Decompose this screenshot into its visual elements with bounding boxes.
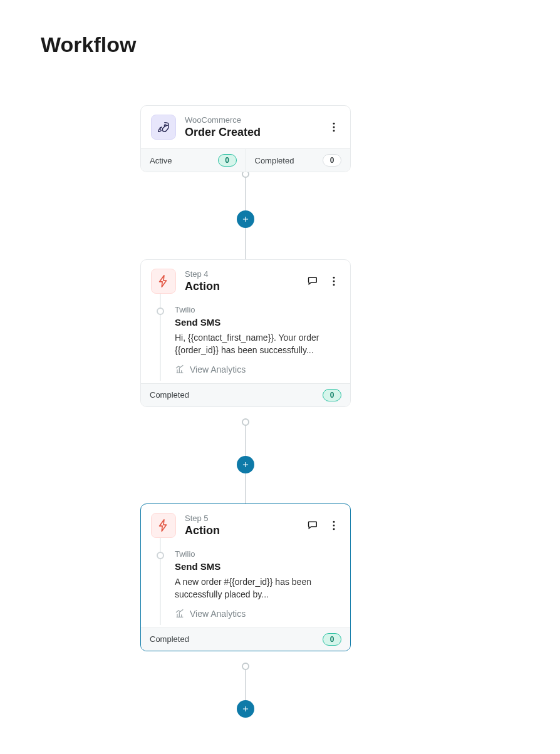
view-analytics-link[interactable]: View Analytics	[175, 609, 340, 619]
plus-icon	[241, 215, 250, 224]
card-header: WooCommerce Order Created	[141, 106, 350, 148]
plus-icon	[241, 460, 250, 469]
step-title: Action	[185, 524, 298, 537]
card-header: Step 4 Action	[141, 260, 350, 302]
dots-vertical-icon	[328, 275, 340, 287]
connector-node	[242, 418, 249, 426]
svg-point-4	[333, 277, 335, 279]
analytics-label: View Analytics	[190, 364, 246, 374]
connector-line	[245, 665, 246, 700]
svg-point-3	[333, 130, 335, 132]
add-step-button[interactable]	[237, 700, 254, 718]
completed-label: Completed	[150, 634, 189, 644]
active-label: Active	[150, 156, 172, 165]
active-metric: Active 0	[141, 149, 246, 172]
svg-point-6	[333, 284, 335, 286]
action-name: Send SMS	[175, 317, 340, 328]
more-menu-button[interactable]	[328, 519, 340, 532]
plus-icon	[241, 705, 250, 713]
connector-line	[245, 173, 246, 210]
message-preview: A new order #{{order_id}} has been succe…	[175, 576, 331, 601]
comment-icon	[306, 519, 319, 532]
completed-label: Completed	[150, 390, 189, 400]
more-menu-button[interactable]	[328, 275, 340, 287]
comment-button[interactable]	[306, 275, 319, 287]
view-analytics-link[interactable]: View Analytics	[175, 364, 340, 374]
card-footer: Active 0 Completed 0	[141, 148, 350, 172]
comment-icon	[306, 275, 319, 287]
svg-point-7	[333, 521, 335, 523]
active-count-pill: 0	[218, 154, 237, 167]
svg-point-8	[333, 525, 335, 527]
card-body: Twilio Send SMS A new order #{{order_id}…	[141, 547, 350, 627]
step-title: Action	[185, 280, 298, 293]
svg-point-5	[333, 281, 335, 282]
svg-point-1	[333, 123, 335, 125]
svg-point-9	[333, 528, 335, 530]
completed-metric: Completed 0	[141, 384, 350, 406]
step-overline: Step 4	[185, 269, 298, 279]
lightning-icon	[151, 269, 176, 294]
sub-node	[157, 552, 164, 559]
add-step-button[interactable]	[237, 456, 254, 473]
analytics-label: View Analytics	[190, 609, 246, 619]
step-overline: Step 5	[185, 514, 298, 523]
connector-line	[245, 228, 246, 259]
completed-count-pill: 0	[323, 389, 341, 401]
connector-line	[245, 421, 246, 456]
card-body: Twilio Send SMS Hi, {{contact_first_name…	[141, 302, 350, 383]
completed-metric: Completed 0	[246, 149, 351, 172]
dots-vertical-icon	[328, 121, 340, 133]
completed-count-pill: 0	[323, 154, 341, 167]
chart-icon	[175, 609, 185, 619]
step-5-card[interactable]: Step 5 Action Twilio Send SMS A new orde…	[140, 504, 351, 651]
connector-line	[245, 473, 246, 504]
add-step-button[interactable]	[237, 210, 254, 228]
trigger-title: Order Created	[185, 126, 319, 139]
sub-node	[157, 307, 164, 315]
card-header: Step 5 Action	[141, 504, 350, 547]
more-menu-button[interactable]	[328, 121, 340, 133]
workflow-canvas: WooCommerce Order Created Active 0 Compl…	[0, 0, 560, 754]
comment-button[interactable]	[306, 519, 319, 532]
rocket-icon	[151, 115, 176, 140]
card-footer: Completed 0	[141, 383, 350, 406]
svg-point-2	[333, 127, 335, 128]
dots-vertical-icon	[328, 519, 340, 532]
action-provider: Twilio	[175, 549, 340, 559]
action-name: Send SMS	[175, 561, 340, 572]
trigger-source: WooCommerce	[185, 115, 319, 125]
card-footer: Completed 0	[141, 627, 350, 651]
lightning-icon	[151, 513, 176, 538]
connector-node	[242, 663, 249, 670]
step-4-card[interactable]: Step 4 Action Twilio Send SMS Hi, {{cont…	[140, 259, 351, 407]
svg-point-0	[164, 125, 166, 127]
trigger-card[interactable]: WooCommerce Order Created Active 0 Compl…	[140, 105, 351, 172]
completed-label: Completed	[255, 156, 294, 165]
completed-count-pill: 0	[323, 633, 341, 646]
chart-icon	[175, 364, 185, 374]
completed-metric: Completed 0	[141, 628, 350, 651]
message-preview: Hi, {{contact_first_name}}. Your order {…	[175, 331, 331, 357]
action-provider: Twilio	[175, 305, 340, 314]
